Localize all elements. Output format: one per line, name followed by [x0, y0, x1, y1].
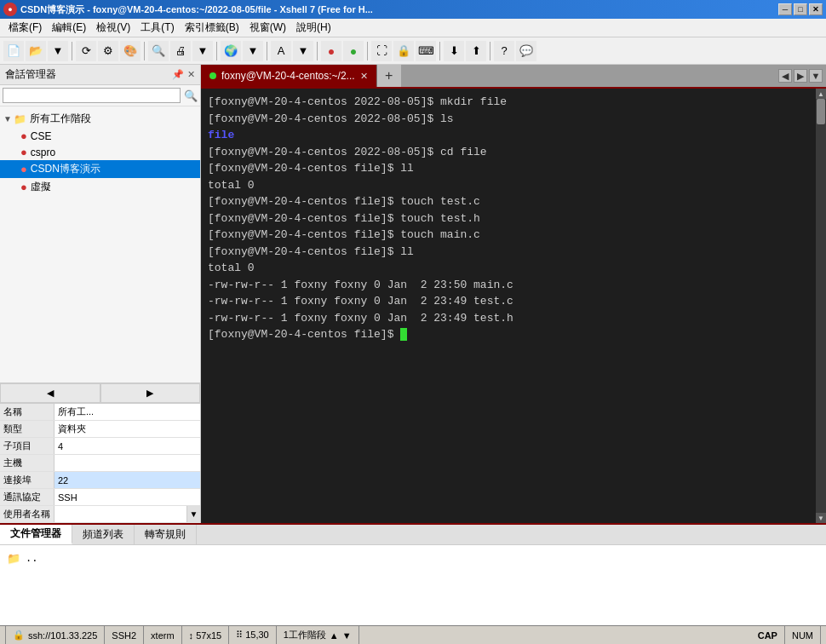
tab-nav-buttons: ◀ ▶ ▼: [775, 65, 826, 87]
title-bar: ● CSDN博客演示 - foxny@VM-20-4-centos:~/2022…: [0, 0, 826, 19]
tab-nav-right[interactable]: ▶: [794, 69, 807, 83]
tab-active[interactable]: foxny@VM-20-4-centos:~/2... ✕: [201, 65, 377, 87]
tb-fullscreen[interactable]: ⛶: [371, 41, 392, 61]
tb-question[interactable]: ?: [494, 41, 514, 61]
menu-edit[interactable]: 編輯(E): [47, 19, 91, 37]
prop-children-value: 4: [54, 438, 200, 454]
tree-item-csdn[interactable]: ● CSDN博客演示: [0, 160, 200, 178]
status-protocol: SSH2: [105, 626, 144, 644]
protocol-text: SSH2: [112, 630, 136, 641]
tree-item-cspro[interactable]: ● cspro: [0, 144, 200, 160]
tree-item-virtual[interactable]: ● 虛擬: [0, 178, 200, 196]
tb-dropdown1[interactable]: ▼: [48, 41, 68, 61]
tb-lock[interactable]: 🔒: [393, 41, 414, 61]
tab-dot: [209, 72, 216, 79]
tb-red-circle[interactable]: ●: [321, 41, 341, 61]
menu-view[interactable]: 檢視(V): [91, 19, 135, 37]
tb-refresh[interactable]: ⟳: [76, 41, 96, 61]
prop-type-value: 資料夾: [54, 421, 200, 437]
tb-search[interactable]: 🔍: [148, 41, 169, 61]
tree-area: ▼ 📁 所有工作階段 ● CSE ● cspro ● CSDN博客演示 ●: [0, 106, 200, 382]
tree-root[interactable]: ▼ 📁 所有工作階段: [0, 110, 200, 128]
workspace-nav-down[interactable]: ▼: [342, 630, 352, 641]
term-line-13: -rw-rw-r-- 1 foxny foxny 0 Jan 2 23:49 t…: [208, 293, 809, 310]
tb-keyboard[interactable]: ⌨: [416, 41, 436, 61]
tab-nav-left[interactable]: ◀: [778, 69, 792, 83]
file-item-parent[interactable]: 📁 ..: [7, 550, 819, 567]
tb-download[interactable]: ⬇: [444, 41, 464, 61]
maximize-button[interactable]: □: [794, 3, 807, 15]
menu-help[interactable]: 說明(H): [291, 19, 336, 37]
tab-bar: foxny@VM-20-4-centos:~/2... ✕ + ◀ ▶ ▼: [201, 65, 826, 89]
tb-dropdown4[interactable]: ▼: [293, 41, 313, 61]
nav-next-btn[interactable]: ▶: [100, 383, 201, 403]
cap-text: CAP: [758, 630, 777, 641]
close-button[interactable]: ✕: [809, 3, 823, 15]
prop-name-label: 名稱: [0, 404, 54, 420]
prop-host-value: [54, 455, 200, 471]
sidebar-close-icon[interactable]: ✕: [187, 69, 195, 80]
tb-open[interactable]: 📂: [26, 41, 46, 61]
term-line-15: [foxny@VM-20-4-centos file]$: [208, 326, 809, 343]
minimize-button[interactable]: ─: [778, 3, 792, 15]
nav-prev-btn[interactable]: ◀: [0, 383, 100, 403]
tb-globe[interactable]: 🌍: [221, 41, 241, 61]
sidebar-search-input[interactable]: [3, 88, 181, 103]
scroll-track[interactable]: [816, 99, 826, 513]
tb-dropdown3[interactable]: ▼: [243, 41, 263, 61]
term-line-3: file: [208, 127, 809, 144]
tb-upload[interactable]: ⬆: [466, 41, 486, 61]
bottom-tab-filemanager[interactable]: 文件管理器: [0, 525, 72, 544]
term-line-12: -rw-rw-r-- 1 foxny foxny 0 Jan 2 23:50 m…: [208, 277, 809, 294]
menu-file[interactable]: 檔案(F): [3, 19, 47, 37]
tb-print[interactable]: 🖨: [170, 41, 191, 61]
bottom-tab-channels[interactable]: 頻道列表: [72, 525, 135, 544]
tree-root-label: 所有工作階段: [30, 112, 91, 126]
prop-scroll-btn[interactable]: ▼: [186, 506, 200, 522]
sidebar-header: 會話管理器 📌 ✕: [0, 65, 200, 85]
tb-color[interactable]: 🎨: [120, 41, 141, 61]
menu-bar: 檔案(F) 編輯(E) 檢視(V) 工具(T) 索引標籤(B) 視窗(W) 說明…: [0, 19, 826, 37]
terminal-content[interactable]: [foxny@VM-20-4-centos 2022-08-05]$ mkdir…: [201, 89, 816, 523]
session-icon-cse: ●: [20, 129, 27, 142]
prop-port-row: 連接埠 22: [0, 472, 200, 489]
bottom-tab-forwarding[interactable]: 轉寄規則: [135, 525, 197, 544]
prop-username-row: 使用者名稱 ▼: [0, 506, 200, 523]
tree-item-virtual-label: 虛擬: [31, 180, 51, 194]
window-controls: ─ □ ✕: [778, 3, 823, 15]
term-line-8: [foxny@VM-20-4-centos file]$ touch test.…: [208, 210, 809, 227]
tb-settings[interactable]: ⚙: [98, 41, 118, 61]
pin-icon[interactable]: 📌: [172, 69, 184, 80]
num-text: NUM: [792, 630, 813, 641]
position-text: ⠿ 15,30: [236, 630, 269, 641]
search-icon[interactable]: 🔍: [184, 89, 198, 102]
prop-children-label: 子項目: [0, 438, 54, 454]
tb-dropdown2[interactable]: ▼: [192, 41, 213, 61]
tb-font[interactable]: A: [271, 41, 291, 61]
tab-add-btn[interactable]: +: [377, 65, 401, 87]
tb-new-session[interactable]: 📄: [3, 41, 24, 61]
menu-window[interactable]: 視窗(W): [244, 19, 291, 37]
tab-close-btn[interactable]: ✕: [360, 71, 368, 82]
tb-sep7: [439, 42, 440, 60]
scroll-thumb[interactable]: [817, 99, 825, 124]
menu-tabs[interactable]: 索引標籤(B): [180, 19, 244, 37]
term-line-9: [foxny@VM-20-4-centos file]$ touch main.…: [208, 227, 809, 244]
tb-sep4: [267, 42, 267, 60]
tb-green-circle[interactable]: ●: [343, 41, 364, 61]
prop-type-row: 類型 資料夾: [0, 421, 200, 438]
window-title: CSDN博客演示 - foxny@VM-20-4-centos:~/2022-0…: [20, 3, 778, 16]
scroll-up-btn[interactable]: ▲: [816, 89, 826, 99]
tb-chat[interactable]: 💬: [516, 41, 536, 61]
terminal-area: foxny@VM-20-4-centos:~/2... ✕ + ◀ ▶ ▼ [f…: [201, 65, 826, 523]
scroll-down-btn[interactable]: ▼: [816, 513, 826, 523]
session-icon-virtual: ●: [20, 181, 27, 193]
menu-tools[interactable]: 工具(T): [135, 19, 179, 37]
prop-protocol-row: 通訊協定 SSH: [0, 489, 200, 506]
tab-nav-more[interactable]: ▼: [809, 69, 823, 83]
terminal-scrollbar[interactable]: ▲ ▼: [816, 89, 826, 523]
tree-item-cse[interactable]: ● CSE: [0, 128, 200, 144]
file-item-parent-name: ..: [26, 553, 37, 565]
size-text: ↕ 57x15: [189, 630, 222, 641]
workspace-nav-up[interactable]: ▲: [330, 630, 339, 641]
